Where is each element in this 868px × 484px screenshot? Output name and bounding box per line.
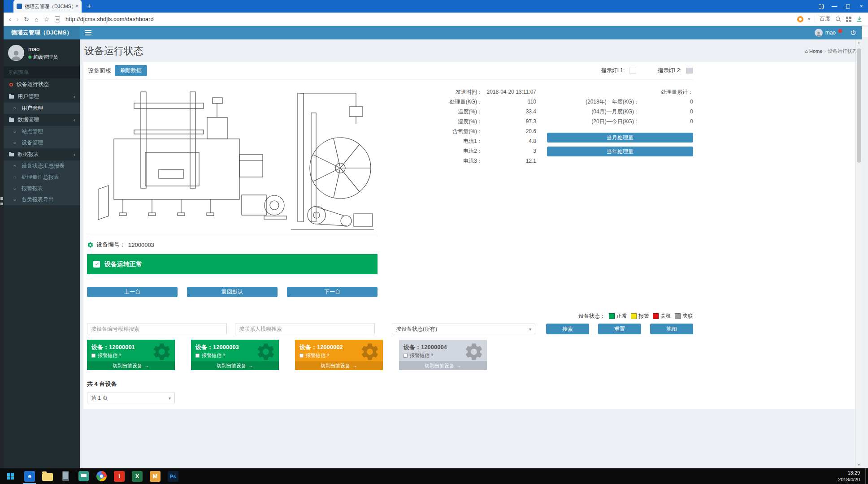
sidebar-item-user-mgmt[interactable]: 用户管理 ‹ — [4, 91, 80, 103]
taskbar-app-chrome[interactable] — [92, 468, 110, 484]
address-input[interactable]: http://djcms.shdjls.com/dashboard — [65, 16, 792, 22]
reader-mode-icon[interactable] — [55, 16, 60, 22]
scrollbar-thumb[interactable] — [857, 48, 861, 163]
switch-device-footer[interactable]: 切到当前设备→ — [191, 361, 279, 370]
close-button[interactable]: × — [855, 0, 868, 13]
taskbar-app-file-explorer[interactable] — [39, 468, 56, 484]
refresh-button[interactable]: ↻ — [24, 16, 29, 22]
device-number-search-input[interactable] — [87, 324, 227, 334]
logout-icon[interactable] — [850, 30, 856, 36]
home-icon: ⌂ — [805, 48, 808, 54]
browser-tab[interactable]: 德瑾云管理（DJCMS） × — [13, 0, 82, 13]
search-button[interactable]: 搜索 — [546, 324, 589, 334]
maximize-button[interactable] — [841, 0, 855, 13]
sidebar-subitem-status-report[interactable]: ○ 设备状态汇总报表 — [4, 160, 80, 172]
telemetry-row: 处理量(KG)：110 — [388, 97, 536, 107]
reset-default-button[interactable]: 返回默认 — [187, 287, 278, 297]
taskbar-app-messenger[interactable] — [74, 468, 92, 484]
sidebar-subitem-user-mgmt[interactable]: ○ 用户管理 — [4, 103, 80, 114]
submenu-reports: ○ 设备状态汇总报表 ○ 处理量汇总报表 ○ 报警报表 ○ — [4, 160, 80, 205]
header-username[interactable]: mao — [825, 30, 836, 36]
breadcrumb-home-link[interactable]: ⌂Home — [805, 48, 822, 54]
desktop-icon[interactable] — [0, 203, 3, 205]
tab-device-panel[interactable]: 设备面板 — [87, 65, 115, 76]
status-color-swatch — [609, 313, 615, 319]
sms-checkbox[interactable] — [404, 354, 408, 358]
month-volume-button[interactable]: 当月处理量 — [547, 133, 693, 143]
taskbar-app-reader[interactable]: i — [110, 468, 128, 484]
sidebar-item-reports[interactable]: 数据报表 ‹ — [4, 148, 80, 160]
browser-home-button[interactable]: ⌂ — [35, 16, 38, 22]
page-select[interactable]: 第 1 页 ▾ — [87, 393, 175, 403]
taskbar-app-browser[interactable]: e — [21, 468, 39, 484]
sidebar-subitem-report-export[interactable]: ○ 各类报表导出 — [4, 194, 80, 205]
circle-icon: ○ — [11, 175, 18, 180]
sms-checkbox[interactable] — [91, 354, 95, 358]
telemetry-value: 97.3 — [482, 118, 536, 125]
taskbar-app-mail[interactable]: M — [146, 468, 164, 484]
apps-grid-icon[interactable] — [846, 17, 851, 22]
device-number-label: 设备编号： — [96, 241, 126, 249]
taskbar-app-photoshop[interactable]: Ps — [164, 468, 182, 484]
forward-button[interactable]: › — [17, 16, 19, 22]
page-scrollbar[interactable]: ▴ ▾ — [855, 39, 862, 468]
device-card[interactable]: 设备：12000001 报警短信？ 切到当前设备→ — [87, 340, 175, 370]
browser-address-bar: ‹ › ↻ ⌂ ☆ http://djcms.shdjls.com/dashbo… — [4, 13, 868, 26]
status-color-swatch — [631, 313, 637, 319]
tab-close-icon[interactable]: × — [75, 3, 78, 9]
sidebar-item-data-mgmt[interactable]: 数据管理 ‹ — [4, 114, 80, 126]
device-card[interactable]: 设备：12000002 报警短信？ 切到当前设备→ — [295, 340, 383, 370]
switch-device-footer[interactable]: 切到当前设备→ — [295, 361, 383, 370]
sidebar-subitem-device-mgmt[interactable]: ○ 设备管理 — [4, 137, 80, 148]
indicator-lamps: 指示灯L1: 指示灯L2: — [601, 67, 693, 74]
sidebar-subitem-alarm-report[interactable]: ○ 报警报表 — [4, 183, 80, 194]
minimize-button[interactable]: — — [828, 0, 841, 13]
taskbar-app-excel[interactable]: X — [128, 468, 146, 484]
taskbar-clock[interactable]: 13:29 2018/4/20 — [838, 470, 865, 483]
next-device-button[interactable]: 下一台 — [287, 287, 378, 297]
sidebar-toggle-button[interactable] — [80, 26, 96, 39]
menu-label: 数据报表 — [17, 151, 39, 158]
content-header: 设备运行状态 ⌂Home › 设备运行状态 — [83, 39, 858, 62]
map-button[interactable]: 地图 — [650, 324, 693, 334]
back-button[interactable]: ‹ — [9, 16, 11, 22]
sms-checkbox[interactable] — [195, 354, 200, 358]
contact-search-input[interactable] — [235, 324, 375, 334]
notification-badge — [838, 29, 842, 33]
switch-device-footer[interactable]: 切到当前设备→ — [399, 361, 487, 370]
show-desktop-button[interactable] — [865, 468, 868, 484]
caret-down-icon[interactable]: ▾ — [808, 17, 810, 22]
caret-down-icon: ▾ — [169, 396, 171, 401]
lamp-l1-label: 指示灯L1: — [601, 67, 625, 74]
sidebar-subitem-site-mgmt[interactable]: ○ 站点管理 — [4, 126, 80, 137]
device-card-title: 设备：12000001 — [87, 340, 175, 352]
tab-title: 德瑾云管理（DJCMS） — [25, 3, 73, 10]
scroll-up-icon[interactable]: ▴ — [858, 39, 859, 46]
reset-button[interactable]: 重置 — [598, 324, 641, 334]
app-logo[interactable]: 德瑾云管理（DJCMS） — [4, 26, 80, 39]
split-screen-icon[interactable] — [814, 0, 828, 13]
extension-icon[interactable] — [797, 16, 803, 22]
legend-title: 设备状态： — [578, 312, 605, 320]
refresh-data-button[interactable]: 刷新数据 — [115, 65, 147, 76]
scroll-down-icon[interactable]: ▾ — [858, 462, 859, 468]
desktop-icon[interactable] — [0, 197, 3, 200]
device-status-select[interactable]: 按设备状态(所有) ▾ — [392, 324, 535, 334]
sidebar-subitem-volume-report[interactable]: ○ 处理量汇总报表 — [4, 172, 80, 183]
device-card[interactable]: 设备：12000004 报警短信？ 切到当前设备→ — [399, 340, 487, 370]
favorite-star-icon[interactable]: ☆ — [44, 16, 50, 22]
new-tab-button[interactable]: + — [87, 3, 91, 10]
totals-row: (04月)—月度(KG)：0 — [547, 107, 693, 117]
download-icon[interactable] — [856, 16, 863, 22]
sidebar-item-device-status[interactable]: 设备运行状态 — [4, 78, 80, 91]
start-button[interactable] — [0, 468, 21, 484]
search-icon[interactable] — [835, 16, 842, 22]
search-engine-label[interactable]: 百度 — [820, 15, 830, 23]
prev-device-button[interactable]: 上一台 — [87, 287, 178, 297]
year-volume-button[interactable]: 当年处理量 — [547, 147, 693, 156]
switch-device-footer[interactable]: 切到当前设备→ — [87, 361, 175, 370]
device-card[interactable]: 设备：12000003 报警短信？ 切到当前设备→ — [191, 340, 279, 370]
taskbar-app-phone-tool[interactable] — [56, 468, 74, 484]
breadcrumb-current: 设备运行状态 — [828, 48, 857, 55]
sms-checkbox[interactable] — [299, 354, 304, 358]
